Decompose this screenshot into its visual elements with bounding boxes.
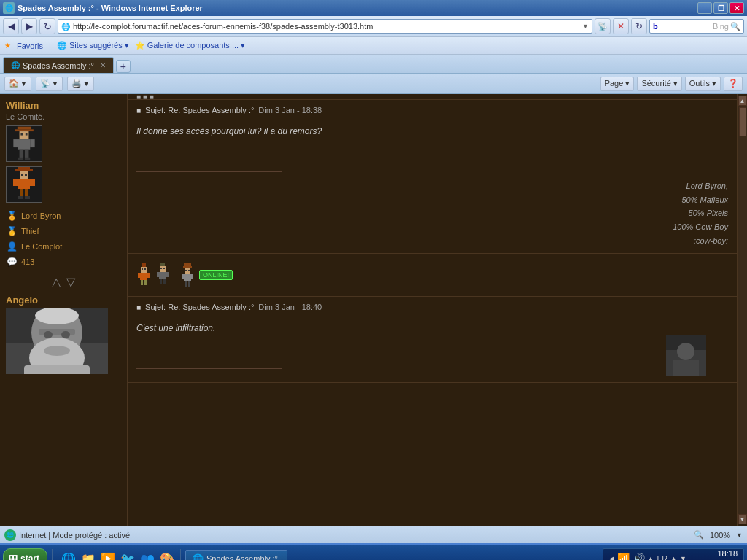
scroll-track <box>738 106 747 514</box>
rss-button[interactable]: 📡 ▼ <box>36 77 63 91</box>
ie-favicon: 🌐 <box>3 2 15 14</box>
status-right: 🔍 100% ▼ <box>694 530 743 540</box>
online-badge: ONLINE! <box>199 270 233 280</box>
media-quicklaunch-icon[interactable]: ▶️ <box>99 550 117 560</box>
svg-rect-8 <box>20 149 24 158</box>
network-tray-icon[interactable]: 📶 <box>617 553 630 560</box>
search-box[interactable]: b Bing 🔍 <box>649 19 744 34</box>
reload-button2[interactable]: ↻ <box>631 18 647 34</box>
forward-button[interactable]: ▶ <box>21 18 37 34</box>
post-2-date: Dim 3 Jan - 18:40 <box>258 303 322 311</box>
pixel-char-3-icon <box>180 262 195 287</box>
bing-icon: b <box>653 22 713 31</box>
tools-menu[interactable]: Outils ▾ <box>685 77 721 91</box>
scroll-down-button[interactable]: ▼ <box>738 514 747 524</box>
language-indicator[interactable]: FR <box>657 554 667 560</box>
toolbar-right: Page ▾ Sécurité ▾ Outils ▾ ❓ <box>600 77 743 91</box>
svg-rect-19 <box>30 179 35 186</box>
svg-rect-58 <box>184 274 191 281</box>
ie-quicklaunch-icon[interactable]: 🌐 <box>60 550 77 560</box>
print-button[interactable]: 🖨️ ▼ <box>67 77 94 91</box>
taskbar-sep-1 <box>52 549 53 560</box>
svg-rect-60 <box>191 274 193 279</box>
speech-bubble-icon: 💬 <box>6 256 18 268</box>
svg-rect-56 <box>185 270 187 271</box>
next-arrow-icon[interactable]: ▽ <box>66 275 75 289</box>
zoom-dropdown-arrow[interactable]: ▼ <box>736 532 743 539</box>
svg-rect-62 <box>188 281 190 287</box>
svg-rect-43 <box>144 280 147 285</box>
speaker-tray-icon[interactable]: 🔊 <box>632 553 645 560</box>
svg-rect-57 <box>188 270 190 271</box>
taskbar: ⊞ start 🌐 📁 ▶️ 🐦 👥 🎨 🌐 Spades Assembly :… <box>0 543 747 560</box>
prev-arrow-icon[interactable]: △ <box>52 275 61 289</box>
art-quicklaunch-icon[interactable]: 🎨 <box>158 550 176 560</box>
lang-up-arrow[interactable]: ▲ <box>670 555 677 560</box>
scrollbar[interactable]: ▲ ▼ <box>737 94 747 526</box>
post-area[interactable]: ■ ■ ■ ■ Sujet: Re: Spades Assembly :° Di… <box>128 94 737 526</box>
sidebar-nav-arrows[interactable]: △ ▽ <box>6 275 121 289</box>
svg-rect-51 <box>160 279 162 284</box>
svg-rect-59 <box>182 274 184 279</box>
lord-byron-item[interactable]: 🏅 Lord-Byron <box>6 210 121 222</box>
security-menu[interactable]: Sécurité ▾ <box>637 77 681 91</box>
search-submit-icon[interactable]: 🔍 <box>730 22 740 31</box>
svg-rect-5 <box>18 139 31 150</box>
forum-icons: ONLINE! <box>136 262 728 287</box>
tray-expand-icon[interactable]: ◀ <box>609 555 614 560</box>
post-1-body: Il donne ses accès pourquoi lui? il a du… <box>136 120 728 164</box>
tray-divider <box>692 551 692 560</box>
clock-time: 18:18 <box>697 548 738 559</box>
help-button[interactable]: ❓ <box>724 77 743 91</box>
explorer-quicklaunch-icon[interactable]: 📁 <box>80 550 97 560</box>
post-1-signature: Lord-Byron, 50% Mafieux 50% Pixels 100% … <box>136 179 728 247</box>
svg-rect-4 <box>26 133 28 135</box>
new-tab-button[interactable]: + <box>116 60 131 73</box>
post-1-subject: Sujet: Re: Spades Assembly :° <box>145 106 254 114</box>
galerie-item[interactable]: ⭐ Galerie de composants ... ▾ <box>135 41 245 50</box>
rss-icon[interactable]: 📡 <box>595 18 611 34</box>
window-controls[interactable]: _ ❐ ✕ <box>697 2 744 14</box>
post-2-body: C'est une infiltration. <box>136 317 728 361</box>
minimize-button[interactable]: _ <box>697 2 712 14</box>
svg-rect-17 <box>18 179 30 189</box>
scroll-up-button[interactable]: ▲ <box>738 96 747 106</box>
svg-rect-22 <box>18 196 23 199</box>
address-dropdown-arrow[interactable]: ▼ <box>582 23 589 30</box>
svg-rect-21 <box>25 189 28 196</box>
restore-button[interactable]: ❐ <box>713 2 728 14</box>
favorites-label[interactable]: Favoris <box>17 42 43 50</box>
back-button[interactable]: ◀ <box>3 18 19 34</box>
system-tray: ◀ 📶 🔊 ▲ FR ▲ ▼ 18:18 26/01/2010 <box>603 548 745 560</box>
action-toolbar: 🏠 ▼ 📡 ▼ 🖨️ ▼ Page ▾ Sécurité ▾ Outils ▾ … <box>0 74 747 94</box>
tray-notify-arrow1[interactable]: ▲ <box>648 555 654 560</box>
subject-label-2: Sujet: <box>145 303 168 311</box>
system-clock[interactable]: 18:18 26/01/2010 <box>697 548 738 560</box>
sites-suggeres-item[interactable]: 🌐 Sites suggérés ▾ <box>57 41 129 50</box>
user-icon: 👤 <box>6 241 18 252</box>
refresh-button[interactable]: ↻ <box>39 18 55 34</box>
taskbar-active-tab[interactable]: 🌐 Spades Assembly :° <box>185 550 287 560</box>
user-section-william: William Le Comité. <box>6 100 121 268</box>
start-button[interactable]: ⊞ start <box>3 548 47 560</box>
post-1-date: Dim 3 Jan - 18:38 <box>258 106 322 114</box>
stop-button[interactable]: ✕ <box>613 18 629 34</box>
bird-quicklaunch-icon[interactable]: 🐦 <box>119 550 136 560</box>
tab-close-icon[interactable]: ✕ <box>100 61 106 69</box>
people-quicklaunch-icon[interactable]: 👥 <box>139 550 156 560</box>
close-button[interactable]: ✕ <box>729 2 744 14</box>
taskbar-tab-label: Spades Assembly :° <box>206 554 278 560</box>
page-menu[interactable]: Page ▾ <box>600 77 635 91</box>
title-bar: 🌐 Spades Assembly :° - Windows Internet … <box>0 0 747 16</box>
lang-down-arrow[interactable]: ▼ <box>680 555 686 560</box>
svg-rect-1 <box>15 129 34 131</box>
le-complot-item[interactable]: 👤 Le Complot <box>6 241 121 252</box>
home-button[interactable]: 🏠 ▼ <box>4 77 31 91</box>
nav-bar: ◀ ▶ ↻ 🌐 http://le-complot.forumactif.net… <box>0 16 747 36</box>
scroll-thumb[interactable] <box>739 107 746 136</box>
post-count-item[interactable]: 💬 413 <box>6 256 121 268</box>
active-tab[interactable]: 🌐 Spades Assembly :° ✕ <box>3 57 114 73</box>
thief-item[interactable]: 🥇 Thief <box>6 225 121 237</box>
address-favicon: 🌐 <box>61 23 70 31</box>
address-bar[interactable]: 🌐 http://le-complot.forumactif.net/aces-… <box>58 19 592 34</box>
